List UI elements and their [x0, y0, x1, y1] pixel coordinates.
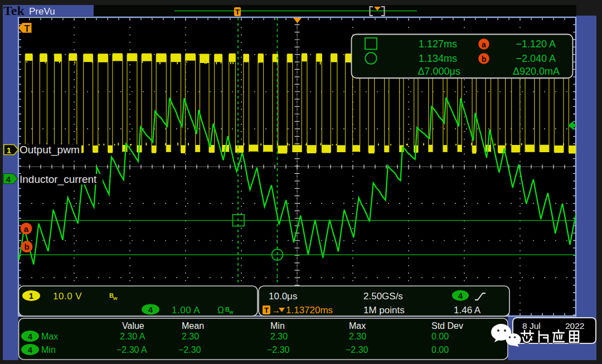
svg-text:0.00: 0.00 — [431, 345, 449, 355]
svg-text:4: 4 — [148, 305, 153, 314]
svg-text:b: b — [24, 242, 29, 251]
svg-text:1.00 A: 1.00 A — [172, 305, 200, 316]
svg-text:10.0μs: 10.0μs — [269, 291, 297, 302]
svg-text:2.30: 2.30 — [270, 332, 288, 341]
svg-text:−2.30 A: −2.30 A — [116, 345, 147, 355]
svg-text:a: a — [24, 224, 29, 234]
svg-text:1.127ms: 1.127ms — [419, 38, 457, 50]
svg-text:1.13720ms: 1.13720ms — [286, 305, 333, 316]
svg-text:T: T — [264, 306, 269, 314]
svg-text:−2.30: −2.30 — [178, 345, 201, 355]
svg-text:Max: Max — [41, 332, 58, 341]
svg-text:Value: Value — [122, 321, 144, 331]
svg-text:→: → — [271, 305, 280, 315]
svg-text:Mean: Mean — [182, 321, 204, 331]
svg-text:1.134ms: 1.134ms — [419, 53, 457, 64]
svg-text:Min: Min — [41, 345, 56, 355]
svg-text:4: 4 — [28, 332, 33, 341]
svg-text:2.30: 2.30 — [182, 332, 199, 341]
svg-text:a: a — [482, 40, 486, 49]
svg-text:4: 4 — [28, 345, 33, 355]
svg-text:2.50GS/s: 2.50GS/s — [363, 291, 403, 302]
svg-text:Δ920.0mA: Δ920.0mA — [513, 66, 560, 77]
svg-text:2.30: 2.30 — [349, 332, 366, 341]
svg-text:−2.30: −2.30 — [267, 345, 290, 355]
svg-text:Δ7.000μs: Δ7.000μs — [418, 66, 460, 77]
svg-text:T: T — [235, 8, 240, 16]
svg-text:W: W — [113, 296, 118, 301]
svg-text:Ω: Ω — [217, 305, 224, 315]
svg-text:Max: Max — [349, 321, 366, 331]
svg-text:0.00: 0.00 — [431, 332, 449, 341]
svg-text:1: 1 — [29, 291, 33, 300]
svg-text:4: 4 — [458, 291, 463, 300]
svg-text:−2.30: −2.30 — [346, 345, 368, 355]
svg-text:PreVu: PreVu — [29, 6, 55, 17]
svg-text:4: 4 — [6, 174, 11, 184]
svg-text:Std Dev: Std Dev — [431, 321, 463, 331]
svg-text:Min: Min — [270, 321, 285, 331]
svg-text:Output_pwm: Output_pwm — [20, 144, 80, 156]
svg-text:2022: 2022 — [565, 321, 584, 331]
svg-text:b: b — [482, 55, 487, 64]
svg-text:10.0 V: 10.0 V — [53, 291, 82, 302]
svg-text:1: 1 — [7, 145, 11, 155]
svg-text:2.30 A: 2.30 A — [120, 332, 145, 341]
svg-text:−2.040 A: −2.040 A — [516, 53, 556, 64]
svg-text:1.46 A: 1.46 A — [454, 305, 481, 316]
svg-text:Tek: Tek — [3, 3, 25, 18]
svg-text:Inductor_current: Inductor_current — [20, 173, 97, 186]
svg-text:T: T — [24, 23, 30, 34]
svg-text:1M points: 1M points — [363, 305, 405, 316]
svg-text:8 Jul: 8 Jul — [522, 321, 541, 331]
svg-text:−1.120 A: −1.120 A — [516, 38, 556, 50]
svg-text:W: W — [229, 310, 234, 315]
